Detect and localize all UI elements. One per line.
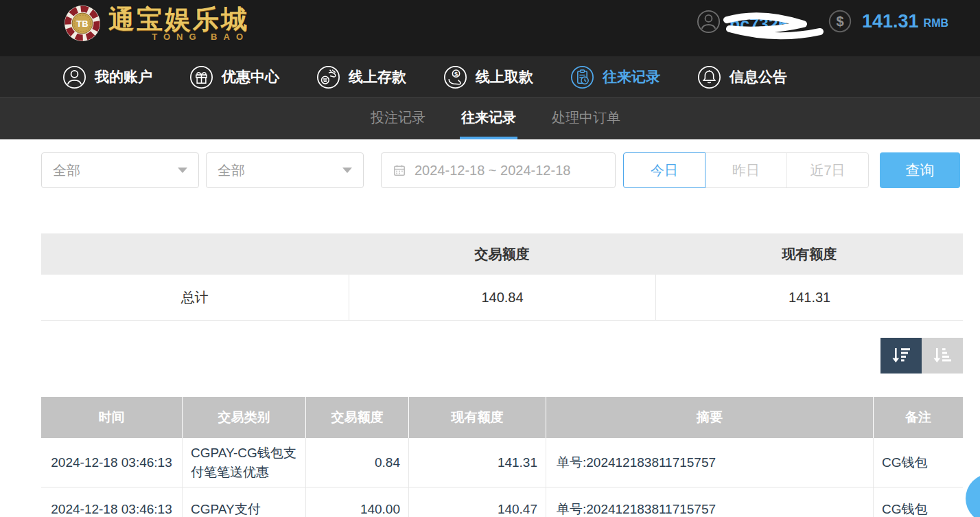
col-header-summary: 摘要 bbox=[546, 397, 873, 438]
cell-summary: 单号:202412183811715757 bbox=[546, 438, 873, 487]
nav-item-transactions[interactable]: 往来记录 bbox=[570, 65, 660, 90]
gift-icon bbox=[189, 65, 214, 90]
bell-icon bbox=[697, 65, 722, 90]
deposit-icon bbox=[316, 65, 341, 90]
content-area: 全部 全部 2024-12-18 ~ 2024-12-18 今日 昨日 近7日 … bbox=[0, 139, 980, 517]
top-header: TB 通宝娱乐城 TONG BAO bc7325 $ 141.31 RMB bbox=[0, 0, 980, 56]
cell-balance: 141.31 bbox=[408, 438, 546, 487]
user-icon bbox=[62, 65, 87, 90]
sort-controls bbox=[880, 338, 963, 374]
tab-pending-orders[interactable]: 处理中订单 bbox=[550, 98, 622, 139]
sort-ascending-icon bbox=[931, 346, 954, 365]
quick-range-group: 今日 昨日 近7日 bbox=[623, 152, 869, 188]
nav-label: 往来记录 bbox=[603, 67, 660, 87]
chevron-down-icon bbox=[178, 168, 187, 173]
main-nav: 我的账户 优惠中心 线上存款 $ 线上取款 bbox=[0, 56, 980, 98]
site-title: 通宝娱乐城 bbox=[108, 5, 249, 35]
cell-time: 2024-12-18 03:46:13 bbox=[41, 487, 182, 517]
floating-service-button[interactable] bbox=[966, 474, 980, 517]
user-icon bbox=[696, 9, 721, 34]
col-header-amount: 交易额度 bbox=[305, 397, 408, 438]
summary-header-transaction: 交易额度 bbox=[349, 233, 656, 275]
summary-balance-total: 141.31 bbox=[655, 275, 963, 320]
summary-total-label: 总计 bbox=[41, 275, 349, 320]
cell-type: CGPAY支付 bbox=[182, 487, 305, 517]
sort-descending-icon bbox=[889, 346, 913, 365]
cell-summary: 单号:202412183811715757 bbox=[546, 487, 873, 517]
summary-table: 交易额度 现有额度 总计 140.84 141.31 bbox=[41, 233, 963, 321]
last-7-days-button[interactable]: 近7日 bbox=[787, 153, 868, 187]
today-button[interactable]: 今日 bbox=[623, 152, 705, 188]
balance-amount: 141.31 bbox=[862, 11, 919, 32]
casino-chip-icon: TB bbox=[63, 4, 102, 43]
cell-note: CG钱包 bbox=[873, 438, 963, 487]
yesterday-button[interactable]: 昨日 bbox=[705, 153, 787, 187]
account-button[interactable]: bc7325 bbox=[696, 9, 830, 45]
tab-transaction-records[interactable]: 往来记录 bbox=[460, 98, 517, 139]
cell-balance: 140.47 bbox=[408, 487, 546, 517]
nav-label: 线上取款 bbox=[476, 67, 533, 87]
date-range-value: 2024-12-18 ~ 2024-12-18 bbox=[415, 163, 570, 179]
category-select-value: 全部 bbox=[53, 161, 80, 180]
nav-item-deposit[interactable]: 线上存款 bbox=[316, 65, 406, 90]
col-header-note: 备注 bbox=[873, 397, 963, 438]
cell-note: CG钱包 bbox=[873, 487, 963, 517]
svg-text:$: $ bbox=[454, 70, 458, 77]
col-header-time: 时间 bbox=[41, 397, 182, 438]
cell-time: 2024-12-18 03:46:13 bbox=[41, 438, 182, 487]
records-table: 时间 交易类别 交易额度 现有额度 摘要 备注 2024-12-18 03:46… bbox=[41, 397, 963, 517]
summary-header-balance: 现有额度 bbox=[655, 233, 963, 275]
date-range-input[interactable]: 2024-12-18 ~ 2024-12-18 bbox=[381, 152, 616, 188]
sort-descending-button[interactable] bbox=[880, 338, 922, 374]
summary-header-row: 交易额度 现有额度 bbox=[41, 233, 963, 275]
balance-currency: RMB bbox=[924, 17, 948, 30]
calendar-icon bbox=[393, 163, 406, 177]
summary-total-row: 总计 140.84 141.31 bbox=[41, 275, 963, 321]
subcategory-select-value: 全部 bbox=[218, 161, 245, 180]
nav-item-announcements[interactable]: 信息公告 bbox=[697, 65, 787, 90]
nav-label: 线上存款 bbox=[349, 67, 406, 87]
nav-item-my-account[interactable]: 我的账户 bbox=[62, 65, 152, 90]
svg-text:$: $ bbox=[836, 14, 843, 29]
sort-ascending-button[interactable] bbox=[922, 338, 963, 374]
cell-amount: 0.84 bbox=[305, 438, 408, 487]
tab-betting-records[interactable]: 投注记录 bbox=[369, 98, 427, 139]
records-table-header: 时间 交易类别 交易额度 现有额度 摘要 备注 bbox=[41, 397, 963, 438]
category-select[interactable]: 全部 bbox=[41, 152, 199, 188]
cell-type: CGPAY-CG钱包支付笔笔送优惠 bbox=[182, 438, 305, 487]
nav-item-withdraw[interactable]: $ 线上取款 bbox=[443, 65, 533, 90]
summary-header-spacer bbox=[41, 233, 349, 275]
nav-item-promotions[interactable]: 优惠中心 bbox=[189, 65, 279, 90]
nav-label: 优惠中心 bbox=[222, 67, 279, 87]
col-header-balance: 现有额度 bbox=[408, 397, 546, 438]
withdraw-icon: $ bbox=[443, 65, 468, 90]
site-logo[interactable]: TB 通宝娱乐城 TONG BAO bbox=[63, 4, 249, 43]
nav-label: 我的账户 bbox=[95, 67, 152, 87]
cell-amount: 140.00 bbox=[305, 487, 408, 517]
balance-display: $ 141.31 RMB bbox=[828, 9, 948, 34]
nav-label: 信息公告 bbox=[730, 67, 787, 87]
table-row: 2024-12-18 03:46:13 CGPAY-CG钱包支付笔笔送优惠 0.… bbox=[41, 438, 963, 487]
subcategory-select[interactable]: 全部 bbox=[206, 152, 364, 188]
search-button[interactable]: 查询 bbox=[880, 152, 960, 188]
site-title-latin: TONG BAO bbox=[152, 32, 249, 42]
record-subtabs: 投注记录 往来记录 处理中订单 bbox=[0, 98, 980, 139]
summary-transaction-total: 140.84 bbox=[349, 275, 656, 320]
chevron-down-icon bbox=[342, 168, 352, 173]
redaction-scribble bbox=[720, 8, 830, 46]
chip-monogram: TB bbox=[76, 19, 88, 29]
table-row: 2024-12-18 03:46:13 CGPAY支付 140.00 140.4… bbox=[41, 487, 963, 517]
dollar-circle-icon: $ bbox=[828, 9, 852, 34]
col-header-type: 交易类别 bbox=[182, 397, 305, 438]
records-icon bbox=[570, 65, 595, 90]
